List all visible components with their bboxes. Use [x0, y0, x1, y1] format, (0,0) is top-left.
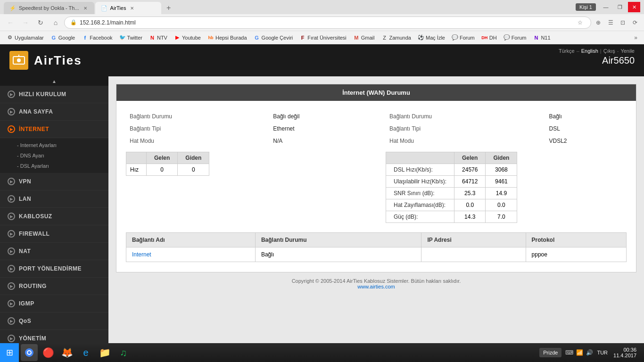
new-tab-button[interactable]: + — [162, 2, 175, 14]
bookmark-youtube[interactable]: ▶ Youtube — [171, 33, 204, 42]
extensions-button[interactable]: ⊕ — [593, 17, 603, 28]
sidebar-arrow-port: ▶ — [8, 265, 15, 272]
cast-button[interactable]: ⊡ — [618, 17, 628, 28]
sidebar-item-routing[interactable]: ▶ ROUTING — [0, 278, 108, 295]
footer-copyright: Copyright © 2005-2014 AirTies Kablosuz S… — [122, 278, 631, 284]
bookmark-dh-label: DH — [489, 35, 497, 41]
settings-button[interactable]: ☰ — [605, 17, 616, 28]
footer-website[interactable]: www.airties.com — [357, 284, 395, 289]
sidebar-sub-dnsayari[interactable]: - DNS Ayarı — [0, 150, 108, 161]
sidebar-item-hizli[interactable]: ▶ HIZLI KURULUM — [0, 86, 108, 103]
sidebar-sub-internetayarlari[interactable]: - Internet Ayarları — [0, 140, 108, 150]
wan-left-row-durumu: Bağlantı Durumu Bağlı değil — [126, 110, 367, 123]
bookmark-twitter[interactable]: 🐦 Twitter — [116, 33, 145, 42]
refresh-button[interactable]: ↻ — [34, 16, 47, 29]
sidebar-item-anasayfa[interactable]: ▶ ANA SAYFA — [0, 103, 108, 121]
bookmark-forum-label: Forum — [460, 35, 475, 41]
close-button[interactable]: ✕ — [628, 2, 640, 12]
network-icon: 📶 — [576, 349, 583, 356]
bookmark-dh[interactable]: DH DH — [479, 33, 500, 42]
speed-col-giden: Giden — [178, 152, 209, 164]
taskbar-notification[interactable]: Prizde — [539, 348, 561, 357]
wan-status-row: Bağlantı Durumu Bağlı değil Bağlantı Tip… — [126, 110, 627, 223]
wan-left-tipi-val: Ethernet — [269, 123, 367, 135]
tab-airties-close[interactable]: ✕ — [129, 5, 135, 11]
bookmark-google[interactable]: G Google — [48, 33, 78, 42]
windows-icon: ⊞ — [6, 347, 13, 358]
content-area: İnternet (WAN) Durumu Bağlantı Durumu Ba… — [108, 76, 644, 362]
bookmark-star-button[interactable]: ☆ — [575, 17, 585, 28]
tab-speedtest[interactable]: ⚡ Speedtest by Ookla - Th... ✕ — [4, 2, 94, 14]
bookmark-firat[interactable]: F Fırat Üniversitesi — [297, 33, 349, 42]
zamunda-icon: Z — [381, 34, 388, 41]
dsl-row-1-label: Ulaşılabilir Hız(Kb/s): — [386, 176, 454, 188]
dsl-row-0: DSL Hızı(Kb/s): 24576 3068 — [386, 164, 517, 176]
bookmark-gmail[interactable]: M Gmail — [350, 33, 378, 42]
sidebar-item-lan[interactable]: ▶ LAN — [0, 190, 108, 208]
lang-yenile-link[interactable]: Yenile — [620, 48, 635, 54]
sidebar-item-igmp[interactable]: ▶ IGMP — [0, 295, 108, 313]
restore-button[interactable]: ❐ — [614, 2, 626, 12]
sidebar-item-nat[interactable]: ▶ NAT — [0, 243, 108, 260]
forum2-icon: 💬 — [504, 34, 510, 41]
bookmark-facebook[interactable]: f Facebook — [79, 33, 115, 42]
dsl-row-2: SNR Sınırı (dB): 25.3 14.9 — [386, 188, 517, 199]
bookmark-zamunda[interactable]: Z Zamunda — [379, 33, 414, 42]
sidebar-item-qos[interactable]: ▶ QoS — [0, 313, 108, 330]
lang-english-link[interactable]: English — [581, 48, 598, 54]
lang-cikis-link[interactable]: Çıkış — [603, 48, 615, 54]
wan-left-row-tipi: Bağlantı Tipi Ethernet — [126, 123, 367, 135]
tab-speedtest-close[interactable]: ✕ — [82, 5, 89, 11]
minimize-button[interactable]: — — [600, 2, 612, 12]
taskbar-app5[interactable]: ♫ — [115, 344, 132, 361]
bookmark-macizle[interactable]: ⚽ Maç İzle — [415, 33, 448, 42]
taskbar-app2[interactable]: 🦊 — [58, 344, 75, 361]
taskbar-time: 00:36 — [613, 347, 636, 353]
taskbar-date: 11.4.2017 — [613, 353, 636, 358]
sidebar-item-firewall[interactable]: ▶ FIREWALL — [0, 225, 108, 243]
conn-link-0[interactable]: Internet — [132, 251, 151, 258]
googleceviri-icon: G — [254, 34, 260, 41]
wan-right-durumu-val: Bağlı — [545, 110, 627, 123]
conn-row-0-protocol: pppoe — [526, 247, 626, 262]
bookmark-googleceviri[interactable]: G Google Çeviri — [251, 33, 296, 42]
home-button[interactable]: ⌂ — [49, 16, 62, 29]
router-model: Air5650 — [602, 55, 635, 66]
sidebar-scroll-up[interactable]: ▲ — [0, 76, 108, 86]
sidebar-item-portyonlendirme[interactable]: ▶ PORT YÖNLENDİRME — [0, 260, 108, 278]
back-button[interactable]: ← — [4, 16, 17, 29]
tab-speedtest-title: Speedtest by Ookla - Th... — [19, 5, 79, 11]
bookmark-forum2[interactable]: 💬 Forum — [501, 33, 529, 42]
conn-row-0-name: Internet — [126, 247, 256, 262]
lang-turkish-link[interactable]: Türkçe — [559, 48, 575, 54]
person-button[interactable]: Kişi 1 — [576, 3, 596, 11]
taskbar-app3[interactable]: e — [77, 344, 94, 361]
taskbar-chrome[interactable] — [21, 344, 38, 361]
dsl-row-0-giden: 3068 — [486, 164, 517, 176]
taskbar-app1[interactable]: 🔴 — [40, 344, 57, 361]
bookmark-n11[interactable]: N N11 — [530, 33, 553, 42]
sync-button[interactable]: ⟳ — [630, 17, 640, 28]
bookmark-hepsiburada[interactable]: hb Hepsi Burada — [205, 33, 250, 42]
svg-point-5 — [28, 351, 31, 354]
sidebar-sub-dslayarlari[interactable]: - DSL Ayarları — [0, 161, 108, 171]
conn-col-adi: Bağlantı Adı — [126, 233, 256, 247]
forward-button[interactable]: → — [19, 16, 32, 29]
dsl-row-4-giden: 7.0 — [486, 211, 517, 223]
address-bar[interactable]: 🔒 152.168.2.1/main.html ☆ — [64, 16, 591, 29]
sidebar-item-internet[interactable]: ▶ İNTERNET — [0, 121, 108, 138]
taskbar-app4[interactable]: 📁 — [96, 344, 113, 361]
dsl-row-3: Hat Zayıflaması(dB): 0.0 0.0 — [386, 199, 517, 211]
taskbar-sys-icons: ⌨ 📶 🔊 — [563, 349, 595, 356]
start-button[interactable]: ⊞ — [0, 343, 19, 362]
bookmark-forum[interactable]: 💬 Forum — [449, 33, 478, 42]
bookmarks-more[interactable]: » — [631, 33, 640, 42]
sidebar-item-vpn[interactable]: ▶ VPN — [0, 173, 108, 190]
tab-airties[interactable]: 📄 AirTies ✕ — [95, 2, 161, 14]
bookmark-ntv[interactable]: N NTV — [146, 33, 170, 42]
sidebar-item-kablosuz[interactable]: ▶ KABLOSUZ — [0, 208, 108, 225]
bookmark-uygulamalar[interactable]: ⚙ Uygulamalar — [4, 33, 47, 42]
conn-row-0-ip — [421, 247, 526, 262]
facebook-icon: f — [82, 34, 88, 41]
wan-left-hat-label: Hat Modu — [126, 135, 269, 147]
